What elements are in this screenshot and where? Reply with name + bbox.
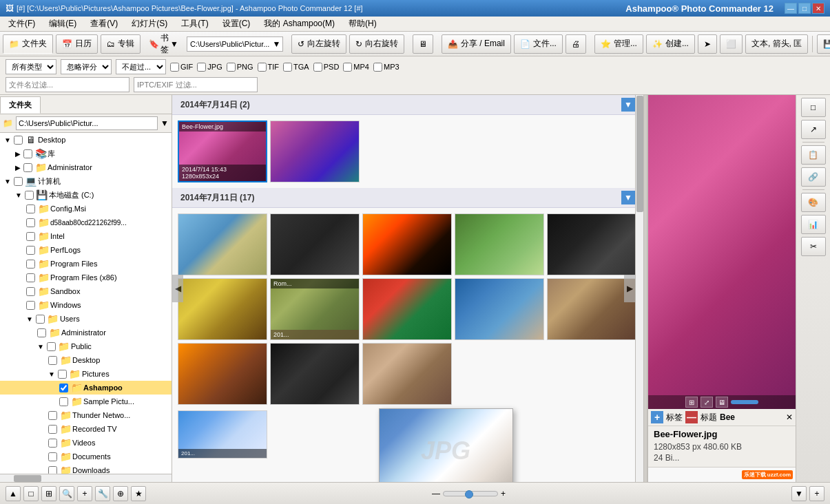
psd-checkbox-label[interactable]: PSD: [313, 63, 340, 72]
photo-thumb-ruins2[interactable]: [362, 343, 452, 405]
tag-add-btn[interactable]: +: [651, 411, 663, 423]
sidebar-item-perflogs[interactable]: 📁 PerfLogs: [0, 243, 172, 257]
program-files-checkbox[interactable]: [26, 260, 35, 269]
sidebar-item-videos[interactable]: 📁 Videos: [0, 436, 172, 450]
size-filter-select[interactable]: 不超过...: [116, 59, 166, 74]
png-checkbox-label[interactable]: PNG: [227, 63, 253, 72]
ashampoo-checkbox[interactable]: [59, 384, 68, 392]
copy-btn[interactable]: ⬜: [720, 34, 743, 54]
pictures-checkbox[interactable]: [58, 370, 67, 379]
sidebar-item-desktop[interactable]: ▼ 🖥 Desktop: [0, 133, 172, 147]
users-checkbox[interactable]: [36, 315, 45, 324]
preview-tool-3[interactable]: 🖥: [716, 397, 728, 408]
photo-thumb-bee[interactable]: [178, 278, 267, 340]
menu-settings[interactable]: 设置(C): [217, 17, 256, 31]
jpg-checkbox-label[interactable]: JPG: [197, 63, 222, 72]
menu-ashampoo[interactable]: 我的 Ashampoo(M): [258, 17, 340, 31]
tif-checkbox[interactable]: [258, 63, 267, 72]
sidebar-item-local-c[interactable]: ▼ 💾 本地磁盘 (C:): [0, 188, 172, 202]
library-checkbox[interactable]: [23, 149, 32, 158]
sidebar-item-desktop2[interactable]: 📁 Desktop: [0, 353, 172, 367]
monitor-btn[interactable]: 🖥: [413, 34, 433, 54]
expand-pictures-icon[interactable]: ▼: [48, 370, 55, 378]
sidebar-path-input[interactable]: [16, 116, 158, 130]
sidebar-item-pictures[interactable]: ▼ 📁 Pictures: [0, 367, 172, 381]
maximize-button[interactable]: □: [798, 3, 811, 14]
mp3-checkbox-label[interactable]: MP3: [373, 63, 400, 72]
create-btn[interactable]: ✨ 创建...: [646, 34, 695, 54]
sidebar-item-admin[interactable]: ▶ 📁 Administrator: [0, 160, 172, 174]
tif-checkbox-label[interactable]: TIF: [258, 63, 280, 72]
content-scrollbar-v[interactable]: [635, 95, 643, 482]
downloads-checkbox[interactable]: [48, 466, 57, 474]
rt-link-btn[interactable]: 🔗: [801, 167, 826, 187]
config-msi-checkbox[interactable]: [26, 204, 35, 213]
photo-thumb-flower2[interactable]: [270, 120, 360, 182]
nav-star-btn[interactable]: ⊕: [113, 486, 128, 501]
photo-thumb-trees[interactable]: [455, 213, 544, 275]
manage-btn[interactable]: ⭐ 管理...: [594, 34, 643, 54]
nav-single-btn[interactable]: □: [23, 486, 39, 501]
photo-thumb-catblack[interactable]: [270, 343, 360, 405]
mp4-checkbox-label[interactable]: MP4: [343, 63, 369, 72]
nav-grid-btn[interactable]: ⊞: [41, 486, 56, 501]
sandbox-checkbox[interactable]: [26, 287, 35, 296]
sidebar-scrollbar-h[interactable]: [0, 474, 172, 482]
rotate-left-btn[interactable]: ↺ 向左旋转: [291, 34, 346, 54]
nav-fav-btn[interactable]: ★: [131, 486, 146, 501]
sidebar-item-config-msi[interactable]: 📁 Config.Msi: [0, 202, 172, 216]
date-group-2-collapse-btn[interactable]: ▼: [621, 191, 635, 204]
menu-help[interactable]: 帮助(H): [343, 17, 382, 31]
sidebar-item-program-files-x86[interactable]: 📁 Program Files (x86): [0, 271, 172, 284]
file-btn[interactable]: 📄 文件...: [514, 34, 563, 54]
minimize-button[interactable]: —: [785, 3, 797, 14]
expand-admin-icon[interactable]: ▶: [15, 164, 21, 171]
thumb-size-slider-handle[interactable]: [465, 490, 473, 498]
nav-add-btn[interactable]: +: [809, 486, 824, 501]
sidebar-item-library[interactable]: ▶ 📚 库: [0, 147, 172, 160]
save-btn[interactable]: 💾: [817, 34, 830, 54]
share-btn[interactable]: 📤 分享 / Email: [442, 34, 511, 54]
preview-zoom-slider[interactable]: [731, 400, 758, 404]
photo-thumb-rom[interactable]: Rom... 201...: [270, 278, 360, 340]
gif-checkbox-label[interactable]: GIF: [170, 63, 193, 72]
rt-chart-btn[interactable]: 📊: [801, 215, 826, 234]
admin2-checkbox[interactable]: [37, 328, 46, 337]
path-breadcrumb[interactable]: C:\Users\Public\Pictur... ▼: [187, 36, 283, 52]
photo-thumb-dark[interactable]: [270, 213, 360, 275]
local-c-checkbox[interactable]: [25, 191, 34, 200]
photo-thumb-harbor[interactable]: [455, 278, 544, 340]
sidebar-item-computer[interactable]: ▼ 💻 计算机: [0, 174, 172, 188]
desktop2-checkbox[interactable]: [48, 356, 57, 365]
sidebar-item-program-files[interactable]: 📁 Program Files: [0, 257, 172, 271]
print-btn[interactable]: 🖨: [566, 34, 586, 54]
admin-checkbox[interactable]: [23, 163, 32, 172]
photo-thumb-cat[interactable]: [547, 213, 636, 275]
calendar-tab-btn[interactable]: 📅 日历: [56, 34, 98, 54]
rt-expand-btn[interactable]: ↗: [801, 120, 826, 139]
rt-palette-btn[interactable]: 🎨: [801, 193, 826, 212]
computer-checkbox[interactable]: [14, 177, 23, 186]
sidebar-item-admin2[interactable]: 📁 Administrator: [0, 326, 172, 339]
sidebar-item-downloads[interactable]: 📁 Downloads: [0, 463, 172, 474]
sidebar-item-documents[interactable]: 📁 Documents: [0, 450, 172, 463]
photo-thumb-sky-partial[interactable]: 201...: [178, 410, 267, 459]
sidebar-item-thunder-netwo[interactable]: 📁 Thunder Netwo...: [0, 408, 172, 422]
photo-thumb-lantern[interactable]: [178, 213, 267, 275]
png-checkbox[interactable]: [227, 63, 236, 72]
nav-down-btn[interactable]: ▼: [791, 486, 807, 501]
photo-thumb-tomatoes[interactable]: [362, 278, 452, 340]
mp4-checkbox[interactable]: [343, 63, 352, 72]
content-next-btn[interactable]: ▶: [624, 275, 635, 302]
type-filter-select[interactable]: 所有类型: [6, 59, 56, 74]
nav-plus-btn[interactable]: +: [77, 486, 92, 501]
photo-thumb-sunset[interactable]: [362, 213, 452, 275]
sidebar-item-users[interactable]: ▼ 📁 Users: [0, 312, 172, 326]
preview-tool-1[interactable]: ⊞: [685, 397, 698, 408]
expand-local-c-icon[interactable]: ▼: [15, 191, 22, 199]
gif-checkbox[interactable]: [170, 63, 179, 72]
folder-tab[interactable]: 文件夹: [0, 96, 41, 114]
send-btn[interactable]: ➤: [698, 34, 717, 54]
sidebar-item-public[interactable]: ▼ 📁 Public: [0, 339, 172, 353]
nav-zoom-btn[interactable]: 🔍: [59, 486, 74, 501]
